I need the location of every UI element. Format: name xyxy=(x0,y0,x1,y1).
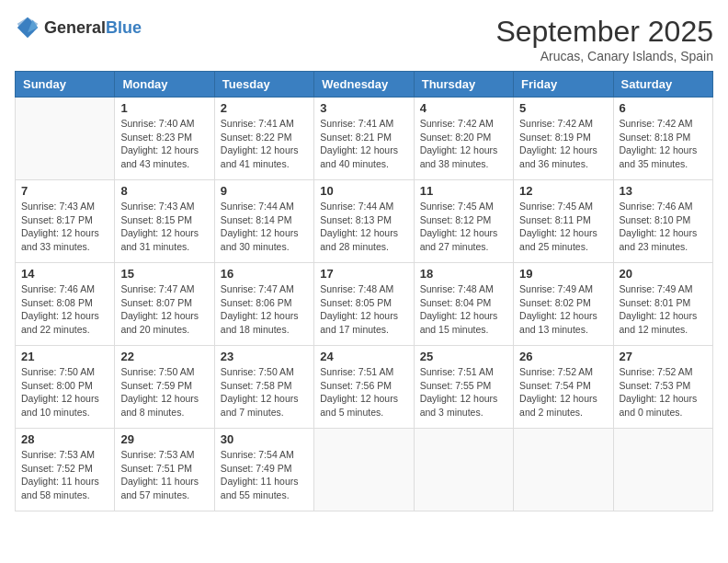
page-header: General Blue September 2025 Arucas, Cana… xyxy=(15,15,713,63)
day-info: Sunrise: 7:47 AM Sunset: 8:06 PM Dayligh… xyxy=(221,282,308,337)
day-number: 5 xyxy=(519,101,607,115)
day-number: 29 xyxy=(120,432,208,446)
week-row-2: 7Sunrise: 7:43 AM Sunset: 8:17 PM Daylig… xyxy=(16,180,713,263)
month-title: September 2025 xyxy=(495,15,713,49)
calendar-cell: 2Sunrise: 7:41 AM Sunset: 8:22 PM Daylig… xyxy=(214,98,313,180)
day-number: 12 xyxy=(519,184,607,198)
day-info: Sunrise: 7:49 AM Sunset: 8:01 PM Dayligh… xyxy=(620,282,707,337)
day-info: Sunrise: 7:50 AM Sunset: 8:00 PM Dayligh… xyxy=(21,365,108,419)
calendar-cell: 5Sunrise: 7:42 AM Sunset: 8:19 PM Daylig… xyxy=(514,98,613,180)
day-info: Sunrise: 7:50 AM Sunset: 7:58 PM Dayligh… xyxy=(221,365,308,419)
day-number: 11 xyxy=(420,184,507,198)
calendar-cell xyxy=(613,429,712,511)
calendar-cell: 17Sunrise: 7:48 AM Sunset: 8:05 PM Dayli… xyxy=(314,263,414,346)
logo: General Blue xyxy=(15,15,142,40)
day-number: 21 xyxy=(21,350,108,363)
day-number: 28 xyxy=(21,432,108,446)
calendar-cell xyxy=(514,429,613,511)
weekday-header-row: SundayMondayTuesdayWednesdayThursdayFrid… xyxy=(16,72,713,98)
day-number: 1 xyxy=(120,101,208,115)
day-info: Sunrise: 7:51 AM Sunset: 7:56 PM Dayligh… xyxy=(320,365,407,419)
weekday-header-thursday: Thursday xyxy=(414,72,513,98)
day-info: Sunrise: 7:42 AM Sunset: 8:19 PM Dayligh… xyxy=(519,117,607,171)
calendar-cell: 22Sunrise: 7:50 AM Sunset: 7:59 PM Dayli… xyxy=(115,346,214,429)
title-area: September 2025 Arucas, Canary Islands, S… xyxy=(495,15,713,63)
weekday-header-sunday: Sunday xyxy=(16,72,115,98)
day-info: Sunrise: 7:50 AM Sunset: 7:59 PM Dayligh… xyxy=(120,365,208,419)
day-number: 27 xyxy=(620,350,707,363)
calendar-cell: 29Sunrise: 7:53 AM Sunset: 7:51 PM Dayli… xyxy=(115,429,214,511)
day-number: 3 xyxy=(320,101,407,115)
calendar-cell: 24Sunrise: 7:51 AM Sunset: 7:56 PM Dayli… xyxy=(314,346,414,429)
calendar-cell: 3Sunrise: 7:41 AM Sunset: 8:21 PM Daylig… xyxy=(314,98,414,180)
calendar-cell xyxy=(16,98,115,180)
day-number: 20 xyxy=(620,267,707,281)
day-info: Sunrise: 7:53 AM Sunset: 7:51 PM Dayligh… xyxy=(120,448,208,502)
calendar-cell: 16Sunrise: 7:47 AM Sunset: 8:06 PM Dayli… xyxy=(214,263,313,346)
calendar-cell: 26Sunrise: 7:52 AM Sunset: 7:54 PM Dayli… xyxy=(514,346,613,429)
calendar-cell: 23Sunrise: 7:50 AM Sunset: 7:58 PM Dayli… xyxy=(214,346,313,429)
day-info: Sunrise: 7:48 AM Sunset: 8:04 PM Dayligh… xyxy=(420,282,507,337)
day-number: 22 xyxy=(120,350,208,363)
day-number: 9 xyxy=(221,184,308,198)
calendar-cell: 7Sunrise: 7:43 AM Sunset: 8:17 PM Daylig… xyxy=(16,180,115,263)
calendar-cell: 20Sunrise: 7:49 AM Sunset: 8:01 PM Dayli… xyxy=(613,263,712,346)
day-number: 6 xyxy=(620,101,707,115)
week-row-1: 1Sunrise: 7:40 AM Sunset: 8:23 PM Daylig… xyxy=(16,98,713,180)
week-row-5: 28Sunrise: 7:53 AM Sunset: 7:52 PM Dayli… xyxy=(16,429,713,511)
day-number: 15 xyxy=(120,267,208,281)
calendar-cell: 12Sunrise: 7:45 AM Sunset: 8:11 PM Dayli… xyxy=(514,180,613,263)
calendar-cell: 13Sunrise: 7:46 AM Sunset: 8:10 PM Dayli… xyxy=(613,180,712,263)
weekday-header-saturday: Saturday xyxy=(613,72,712,98)
calendar-cell: 30Sunrise: 7:54 AM Sunset: 7:49 PM Dayli… xyxy=(214,429,313,511)
calendar-cell: 15Sunrise: 7:47 AM Sunset: 8:07 PM Dayli… xyxy=(115,263,214,346)
day-info: Sunrise: 7:47 AM Sunset: 8:07 PM Dayligh… xyxy=(120,282,208,337)
day-info: Sunrise: 7:41 AM Sunset: 8:22 PM Dayligh… xyxy=(221,117,308,171)
day-info: Sunrise: 7:52 AM Sunset: 7:54 PM Dayligh… xyxy=(519,365,607,419)
day-info: Sunrise: 7:43 AM Sunset: 8:15 PM Dayligh… xyxy=(120,200,208,254)
day-number: 19 xyxy=(519,267,607,281)
weekday-header-monday: Monday xyxy=(115,72,214,98)
day-number: 7 xyxy=(21,184,108,198)
day-number: 30 xyxy=(221,432,308,446)
day-number: 14 xyxy=(21,267,108,281)
day-info: Sunrise: 7:54 AM Sunset: 7:49 PM Dayligh… xyxy=(221,448,308,502)
day-info: Sunrise: 7:43 AM Sunset: 8:17 PM Dayligh… xyxy=(21,200,108,254)
calendar-table: SundayMondayTuesdayWednesdayThursdayFrid… xyxy=(15,71,713,511)
day-info: Sunrise: 7:53 AM Sunset: 7:52 PM Dayligh… xyxy=(21,448,108,502)
calendar-cell: 27Sunrise: 7:52 AM Sunset: 7:53 PM Dayli… xyxy=(613,346,712,429)
calendar-cell: 8Sunrise: 7:43 AM Sunset: 8:15 PM Daylig… xyxy=(115,180,214,263)
calendar-cell: 11Sunrise: 7:45 AM Sunset: 8:12 PM Dayli… xyxy=(414,180,513,263)
day-number: 4 xyxy=(420,101,507,115)
day-number: 8 xyxy=(120,184,208,198)
logo-text-blue: Blue xyxy=(106,19,142,36)
logo-icon xyxy=(15,15,40,40)
calendar-cell: 1Sunrise: 7:40 AM Sunset: 8:23 PM Daylig… xyxy=(115,98,214,180)
week-row-3: 14Sunrise: 7:46 AM Sunset: 8:08 PM Dayli… xyxy=(16,263,713,346)
calendar-cell xyxy=(414,429,513,511)
calendar-cell: 10Sunrise: 7:44 AM Sunset: 8:13 PM Dayli… xyxy=(314,180,414,263)
week-row-4: 21Sunrise: 7:50 AM Sunset: 8:00 PM Dayli… xyxy=(16,346,713,429)
day-info: Sunrise: 7:49 AM Sunset: 8:02 PM Dayligh… xyxy=(519,282,607,337)
weekday-header-tuesday: Tuesday xyxy=(214,72,313,98)
calendar-cell: 21Sunrise: 7:50 AM Sunset: 8:00 PM Dayli… xyxy=(16,346,115,429)
day-number: 10 xyxy=(320,184,407,198)
calendar-cell: 14Sunrise: 7:46 AM Sunset: 8:08 PM Dayli… xyxy=(16,263,115,346)
day-info: Sunrise: 7:45 AM Sunset: 8:12 PM Dayligh… xyxy=(420,200,507,254)
day-info: Sunrise: 7:48 AM Sunset: 8:05 PM Dayligh… xyxy=(320,282,407,337)
calendar-cell: 4Sunrise: 7:42 AM Sunset: 8:20 PM Daylig… xyxy=(414,98,513,180)
calendar-cell: 9Sunrise: 7:44 AM Sunset: 8:14 PM Daylig… xyxy=(214,180,313,263)
location: Arucas, Canary Islands, Spain xyxy=(495,49,713,63)
day-number: 13 xyxy=(620,184,707,198)
day-info: Sunrise: 7:45 AM Sunset: 8:11 PM Dayligh… xyxy=(519,200,607,254)
day-info: Sunrise: 7:41 AM Sunset: 8:21 PM Dayligh… xyxy=(320,117,407,171)
calendar-cell: 19Sunrise: 7:49 AM Sunset: 8:02 PM Dayli… xyxy=(514,263,613,346)
day-number: 2 xyxy=(221,101,308,115)
calendar-cell xyxy=(314,429,414,511)
calendar-cell: 28Sunrise: 7:53 AM Sunset: 7:52 PM Dayli… xyxy=(16,429,115,511)
day-number: 26 xyxy=(519,350,607,363)
day-info: Sunrise: 7:44 AM Sunset: 8:14 PM Dayligh… xyxy=(221,200,308,254)
calendar-cell: 18Sunrise: 7:48 AM Sunset: 8:04 PM Dayli… xyxy=(414,263,513,346)
calendar-cell: 25Sunrise: 7:51 AM Sunset: 7:55 PM Dayli… xyxy=(414,346,513,429)
weekday-header-wednesday: Wednesday xyxy=(314,72,414,98)
